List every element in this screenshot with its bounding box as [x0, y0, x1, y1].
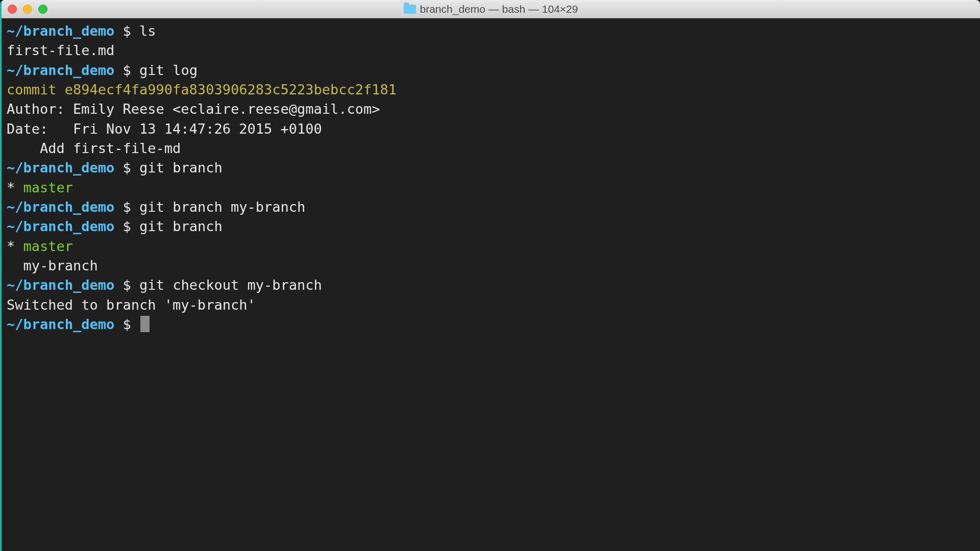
- current-branch-star: *: [7, 238, 23, 254]
- current-branch: master: [23, 238, 74, 254]
- titlebar: branch_demo — bash — 104×29: [2, 0, 980, 18]
- terminal-line: ~/branch_demo $ ls: [7, 21, 975, 41]
- prompt-dollar: $: [114, 160, 139, 176]
- prompt-path: ~/branch_demo: [7, 199, 114, 215]
- title-center: branch_demo — bash — 104×29: [404, 3, 578, 15]
- window-title: branch_demo — bash — 104×29: [420, 3, 578, 15]
- commit-hash-line: commit e894ecf4fa990fa8303906283c5223beb…: [7, 80, 975, 99]
- folder-icon: [404, 5, 416, 14]
- command: git checkout my-branch: [139, 277, 322, 293]
- prompt-path: ~/branch_demo: [7, 160, 114, 176]
- window-controls: [8, 5, 47, 14]
- prompt-dollar: $: [114, 316, 139, 332]
- prompt-path: ~/branch_demo: [7, 277, 114, 293]
- branch-line: * master: [7, 178, 975, 197]
- prompt-path: ~/branch_demo: [7, 23, 114, 39]
- prompt-dollar: $: [114, 199, 139, 215]
- prompt-path: ~/branch_demo: [7, 316, 114, 332]
- prompt-dollar: $: [114, 62, 139, 78]
- terminal-line: ~/branch_demo $: [7, 315, 975, 334]
- cursor-icon: [140, 316, 150, 332]
- terminal-line: ~/branch_demo $ git branch my-branch: [7, 197, 975, 217]
- current-branch: master: [23, 180, 74, 195]
- terminal-line: ~/branch_demo $ git checkout my-branch: [7, 276, 975, 295]
- terminal-line: ~/branch_demo $ git branch: [7, 217, 975, 236]
- terminal-line: ~/branch_demo $ git branch: [7, 158, 975, 178]
- close-icon[interactable]: [8, 5, 17, 14]
- author-line: Author: Emily Reese <eclaire.reese@gmail…: [7, 99, 975, 119]
- command: git branch: [139, 160, 223, 176]
- date-line: Date: Fri Nov 13 14:47:26 2015 +0100: [7, 119, 975, 139]
- prompt-path: ~/branch_demo: [7, 62, 114, 78]
- prompt-dollar: $: [114, 218, 139, 234]
- current-branch-star: *: [7, 180, 23, 195]
- minimize-icon[interactable]: [23, 5, 32, 14]
- prompt-dollar: $: [114, 277, 139, 293]
- command: git branch my-branch: [139, 199, 305, 215]
- command: ls: [139, 23, 156, 39]
- prompt-path: ~/branch_demo: [7, 218, 114, 234]
- maximize-icon[interactable]: [38, 5, 47, 14]
- branch-line: * master: [7, 237, 975, 256]
- command: git branch: [139, 218, 223, 234]
- prompt-dollar: $: [114, 23, 139, 39]
- terminal-window: branch_demo — bash — 104×29 ~/branch_dem…: [0, 0, 980, 551]
- checkout-output: Switched to branch 'my-branch': [7, 295, 975, 315]
- branch-line: my-branch: [7, 256, 975, 276]
- terminal-body[interactable]: ~/branch_demo $ lsfirst-file.md~/branch_…: [2, 18, 980, 551]
- commit-message-line: Add first-file-md: [7, 139, 975, 158]
- terminal-line: first-file.md: [7, 41, 975, 60]
- command: git log: [139, 62, 198, 78]
- terminal-line: ~/branch_demo $ git log: [7, 61, 975, 80]
